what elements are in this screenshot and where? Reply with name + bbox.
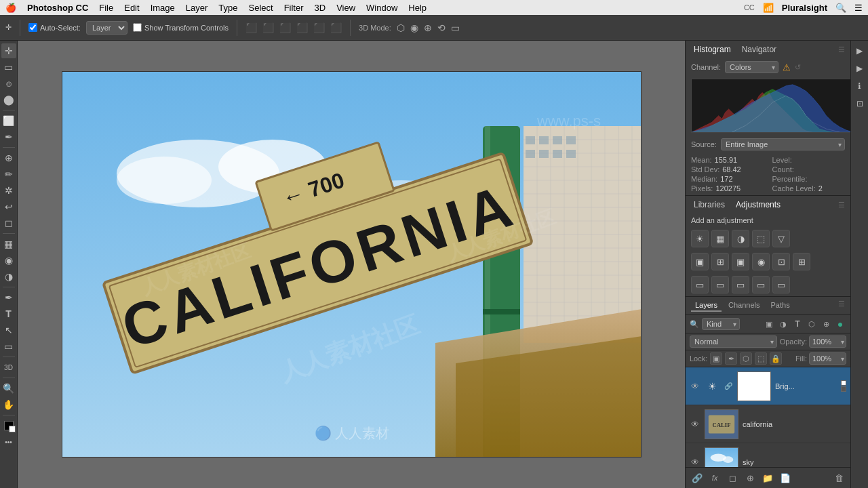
adj-hsl-icon[interactable]: ▣ [691,253,709,270]
tool-zoom[interactable]: 🔍 [1,381,16,396]
filter-pixel-icon[interactable]: ▣ [763,318,775,330]
mode-select[interactable]: Normal Dissolve Multiply Screen Overlay [690,336,777,348]
refresh-icon[interactable]: ↺ [795,63,801,72]
menu-help[interactable]: Help [408,3,427,13]
mini-collapse-icon[interactable]: ▶ [852,43,867,58]
tool-dodge[interactable]: ◑ [1,269,16,284]
tool-move[interactable]: ✛ [1,43,16,58]
layer-new-icon[interactable]: 📄 [778,470,793,485]
foreground-bg-color[interactable] [1,418,16,433]
mini-info-icon[interactable]: ℹ [852,79,867,94]
tool-eyedropper[interactable]: ✒ [1,129,16,144]
transform-controls-checkbox[interactable]: Show Transform Controls [133,23,229,32]
libraries-tab[interactable]: Libraries [691,199,728,211]
filter-smart-icon[interactable]: ⊕ [820,318,832,330]
histogram-menu-icon[interactable]: ☰ [838,45,845,54]
tool-crop[interactable]: ⬜ [1,113,16,128]
adj-bw-icon[interactable]: ▣ [732,253,749,270]
adj-selectivecolor-icon[interactable]: ▭ [772,276,790,293]
adj-vibrance-icon[interactable]: ▽ [772,230,790,247]
layer-fx-icon[interactable]: fx [707,470,722,485]
3d-mode-icon-3[interactable]: ⊕ [424,22,432,33]
menu-layer[interactable]: Layer [186,3,208,13]
menu-type[interactable]: Type [218,3,237,13]
tool-blur[interactable]: ◉ [1,253,16,268]
tool-hand[interactable]: ✋ [1,397,16,412]
layer-delete-icon[interactable]: 🗑 [831,470,846,485]
menu-window[interactable]: Window [366,3,397,13]
tool-3d[interactable]: 3D [1,360,16,375]
adj-posterize-icon[interactable]: ▭ [711,276,729,293]
menu-edit[interactable]: Edit [124,3,139,13]
adj-threshold-icon[interactable]: ▭ [732,276,749,293]
apple-menu[interactable]: 🍎 [5,3,16,13]
tool-quick-select[interactable]: ⬤ [1,92,16,107]
tool-history[interactable]: ↩ [1,199,16,214]
adj-exposure-icon[interactable]: ⬚ [752,230,770,247]
lock-position-icon[interactable]: ⬡ [740,352,752,365]
lock-all-icon[interactable]: 🔒 [770,352,782,365]
channel-select[interactable]: Colors Luminosity Red Green Blue [725,61,778,73]
3d-mode-icon-1[interactable]: ⬡ [397,22,405,33]
tool-brush[interactable]: ✏ [1,167,16,182]
layer-link-bottom-icon[interactable]: 🔗 [690,470,705,485]
layer-visibility-toggle[interactable]: 👁 [690,381,701,392]
layer-item[interactable]: 👁 ☀ 🔗 Brig... [686,367,850,405]
lock-artboard-icon[interactable]: ⬚ [755,352,767,365]
layer-mask-icon[interactable]: ◻ [725,470,740,485]
3d-mode-icon-2[interactable]: ◉ [410,22,418,33]
adj-gradientmap-icon[interactable]: ▭ [752,276,770,293]
align-middle-icon[interactable]: ⬛ [313,22,325,33]
layer-visibility-toggle[interactable]: 👁 [690,419,701,430]
align-center-v-icon[interactable]: ⬛ [262,22,274,33]
adj-photofilter-icon[interactable]: ◉ [752,253,770,270]
tool-lasso[interactable]: ⌾ [1,76,16,91]
layers-tab[interactable]: Layers [691,300,722,312]
layer-item[interactable]: 👁 [686,443,850,467]
filter-toggle[interactable]: ● [834,318,846,330]
search-icon[interactable]: 🔍 [835,3,846,13]
auto-select-select[interactable]: Layer Group [86,21,127,35]
layer-item[interactable]: 👁 CALIF california [686,405,850,443]
filter-shape-icon[interactable]: ⬡ [806,318,818,330]
layer-group-icon[interactable]: 📁 [760,470,775,485]
3d-mode-icon-4[interactable]: ⟲ [437,22,446,33]
move-tool-btn[interactable]: ✛ [5,23,12,32]
align-left-icon[interactable]: ⬛ [245,22,257,33]
menu-filter[interactable]: Filter [284,3,304,13]
layer-visibility-toggle[interactable]: 👁 [690,457,701,468]
lock-transparent-icon[interactable]: ▣ [710,352,722,365]
channels-tab[interactable]: Channels [724,300,764,312]
tool-clone[interactable]: ✲ [1,183,16,198]
tool-path-select[interactable]: ↖ [1,323,16,338]
align-top-icon[interactable]: ⬛ [296,22,308,33]
adj-brightness-icon[interactable]: ☀ [691,230,709,247]
filter-text-icon[interactable]: T [791,318,804,330]
opacity-select[interactable]: 100% 75% 50% 25% [809,336,846,348]
mini-adjust-icon[interactable]: ⊡ [852,96,867,111]
layers-menu-icon[interactable]: ☰ [838,300,845,308]
tool-eraser[interactable]: ◻ [1,216,16,230]
menu-image[interactable]: Image [151,3,175,13]
fill-select[interactable]: 100% 75% 50% [809,352,846,365]
tool-marquee[interactable]: ▭ [1,60,16,75]
lock-image-icon[interactable]: ✒ [725,352,737,365]
kind-select[interactable]: Kind Name Effect Mode [702,318,740,330]
align-bottom-icon[interactable]: ⬛ [330,22,342,33]
adj-menu-icon[interactable]: ☰ [838,201,845,209]
mini-play-icon[interactable]: ▶ [852,61,867,76]
adj-invert-icon[interactable]: ▭ [691,276,709,293]
menu-select[interactable]: Select [248,3,273,13]
tool-spot-heal[interactable]: ⊕ [1,150,16,165]
adj-levels-icon[interactable]: ▦ [711,230,729,247]
align-right-icon[interactable]: ⬛ [279,22,291,33]
adj-colorlookup-icon[interactable]: ⊞ [793,253,810,270]
3d-mode-icon-5[interactable]: ▭ [451,22,460,33]
adj-colorbalance-icon[interactable]: ⊞ [711,253,729,270]
adj-curves-icon[interactable]: ◑ [732,230,749,247]
adj-channelmixer-icon[interactable]: ⊡ [772,253,790,270]
source-select[interactable]: Entire Image Selected Layer [721,138,845,150]
tool-text[interactable]: T [1,306,16,321]
navigator-tab[interactable]: Navigator [739,43,779,56]
menu-3d[interactable]: 3D [315,3,326,13]
